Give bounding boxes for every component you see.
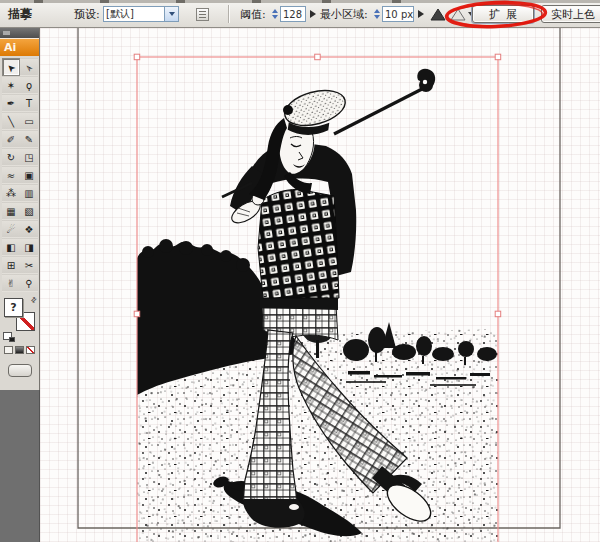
default-fill-stroke-icon[interactable] [3,332,12,340]
live-paint-button[interactable]: 实时上色 [541,5,600,23]
dock-background [0,390,40,542]
handle-top-right[interactable] [495,54,501,60]
min-area-popup-icon[interactable] [418,10,424,18]
ai-logo: Ai [0,38,39,56]
live-paint-selection-tool[interactable]: ◨ [20,238,38,256]
preview-raster-icon[interactable] [430,8,446,21]
slice-tool[interactable]: ✂ [20,256,38,274]
handle-top-left[interactable] [134,54,140,60]
threshold-popup-icon[interactable] [310,10,316,18]
min-area-input[interactable]: 10 px [382,6,414,22]
tracing-options-icon[interactable] [196,8,209,21]
fill-stroke-indicator: ? ⇄ [0,294,39,344]
line-segment-tool[interactable]: ╲ [2,112,20,130]
warp-tool[interactable]: ≈ [2,166,20,184]
mesh-tool[interactable]: ▦ [2,202,20,220]
fill-swatch[interactable]: ? [4,298,23,317]
tool-grid: ➤➢✶ϙ✒T╲▭✐✎↻◳≈▣⁂▥▦▧☄❖◧◨⊞✂✌⚲ [0,56,40,294]
screen-mode-button[interactable] [8,364,32,377]
rotate-tool[interactable]: ↻ [2,148,20,166]
trace-title: 描摹 [8,6,32,23]
type-tool[interactable]: T [20,94,38,112]
pen-tool[interactable]: ✒ [2,94,20,112]
handle-middle-right[interactable] [495,311,501,317]
blend-tool[interactable]: ❖ [20,220,38,238]
min-area-stepper[interactable] [374,9,380,19]
magic-wand-tool[interactable]: ✶ [2,76,20,94]
pencil-tool[interactable]: ✎ [20,130,38,148]
live-paint-bucket-tool[interactable]: ◧ [2,238,20,256]
min-area-label: 最小区域: [320,7,368,22]
rectangle-tool[interactable]: ▭ [20,112,38,130]
preset-label: 预设: [74,7,100,22]
preset-dropdown-icon[interactable] [165,6,179,22]
direct-selection-tool[interactable]: ➢ [20,58,38,76]
handle-middle-left[interactable] [134,311,140,317]
selection-tool[interactable]: ➤ [2,58,20,76]
gradient-mode-button[interactable] [15,346,24,354]
gradient-tool[interactable]: ▧ [20,202,38,220]
color-mode-button[interactable] [4,346,13,354]
expand-button[interactable]: 扩展 [472,5,534,23]
hand-tool[interactable]: ✌ [2,274,20,292]
preset-select[interactable]: [默认] [103,6,165,22]
zoom-tool[interactable]: ⚲ [20,274,38,292]
golf-club-head [417,69,435,92]
threshold-stepper[interactable] [272,9,278,19]
paintbrush-tool[interactable]: ✐ [2,130,20,148]
trace-control-bar: 描摹 预设: [默认] 阈值: 128 最小区域: 10 px 扩展 [0,0,600,28]
threshold-input[interactable]: 128 [280,6,306,22]
eyedropper-tool[interactable]: ☄ [2,220,20,238]
scale-tool[interactable]: ◳ [20,148,38,166]
none-mode-button[interactable] [26,346,35,354]
handle-top-center[interactable] [315,54,321,60]
canvas-artwork-svg [0,0,600,542]
golf-club-shaft [334,88,424,134]
free-transform-tool[interactable]: ▣ [20,166,38,184]
toolbar-separator [228,5,229,23]
traced-golfer-image[interactable] [137,69,498,542]
illustrator-window: Ai ➤➢✶ϙ✒T╲▭✐✎↻◳≈▣⁂▥▦▧☄❖◧◨⊞✂✌⚲ ? ⇄ 描摹 预设:… [0,0,600,542]
crop-area-tool[interactable]: ⊞ [2,256,20,274]
preview-vector-icon[interactable] [450,8,466,21]
symbol-sprayer-tool[interactable]: ⁂ [2,184,20,202]
tools-panel-header[interactable] [0,28,39,38]
tools-panel: Ai ➤➢✶ϙ✒T╲▭✐✎↻◳≈▣⁂▥▦▧☄❖◧◨⊞✂✌⚲ ? ⇄ [0,28,40,390]
lasso-tool[interactable]: ϙ [20,76,38,94]
threshold-label: 阈值: [240,7,266,22]
swap-fill-stroke-icon[interactable]: ⇄ [29,295,39,305]
golfer-vest [258,189,339,298]
graph-tool[interactable]: ▥ [20,184,38,202]
